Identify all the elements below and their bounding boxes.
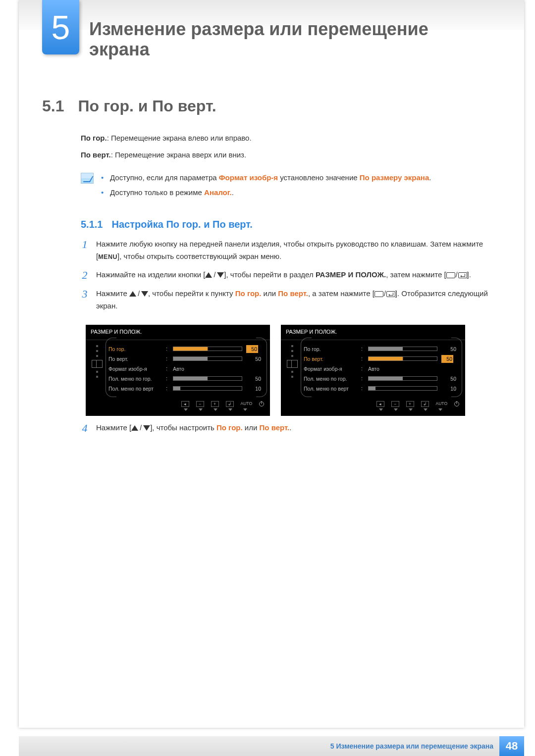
menu-label: MENU (98, 253, 117, 260)
auto-label: AUTO (436, 401, 447, 407)
up-down-icon: / (131, 422, 150, 434)
osd-panel-2: РАЗМЕР И ПОЛОЖ. По гор.:50 По верт.:50 Ф… (281, 325, 465, 415)
footer-page-number: 48 (499, 736, 524, 756)
up-down-icon: / (205, 269, 224, 281)
subsection-number: 5.1.1 (81, 216, 103, 232)
minus-icon: − (391, 401, 399, 407)
osd-bottom-icons: ◂ − + ↲ AUTO (281, 399, 465, 408)
step-4: 4 Нажмите [/], чтобы настроить По гор. и… (81, 422, 492, 435)
osd-bottom-icons: ◂ − + ↲ AUTO (86, 399, 270, 408)
note-item-1: Доступно, если для параметра Формат изоб… (101, 172, 431, 184)
section-number: 5.1 (42, 97, 64, 115)
osd-panel-1: РАЗМЕР И ПОЛОЖ. По гор.:50 По верт.:50 Ф… (86, 325, 270, 415)
steps-list: 1 Нажмите любую кнопку на передней панел… (81, 238, 492, 312)
label-hvert: По верт. (81, 151, 111, 159)
step-3: 3 Нажмите /, чтобы перейти к пункту По г… (81, 288, 492, 312)
up-down-icon: / (129, 288, 148, 300)
chapter-title: Изменение размера или перемещение экрана (89, 19, 466, 60)
rect-icon (374, 291, 383, 297)
position-icon (92, 360, 103, 368)
subsection-heading: 5.1.1 Настройка По гор. и По верт. (81, 216, 492, 232)
note-item-2: Доступно только в режиме Аналог.. (101, 187, 431, 199)
label-hgor: По гор. (81, 134, 107, 142)
chapter-number: 5 (52, 10, 70, 44)
rect-icon (446, 272, 455, 278)
osd-screenshots: РАЗМЕР И ПОЛОЖ. По гор.:50 По верт.:50 Ф… (86, 325, 492, 415)
paragraph-hvert: По верт.: Перемещение экрана вверх или в… (81, 149, 492, 161)
note-icon (81, 173, 94, 184)
footer-text: 5 Изменение размера или перемещение экра… (330, 742, 499, 750)
document-page: 5 Изменение размера или перемещение экра… (0, 0, 535, 756)
steps-list-cont: 4 Нажмите [/], чтобы настроить По гор. и… (81, 422, 492, 435)
enter-icon (386, 291, 395, 297)
power-icon (454, 402, 459, 406)
paragraph-hgor: По гор.: Перемещение экрана влево или вп… (81, 132, 492, 144)
confirm-icon: ↲ (421, 401, 429, 407)
text-hgor: : Перемещение экрана влево или вправо. (107, 134, 252, 142)
back-icon: ◂ (181, 401, 189, 407)
plus-icon: + (406, 401, 414, 407)
text-hvert: : Перемещение экрана вверх или вниз. (111, 151, 247, 159)
section-title: По гор. и По верт. (78, 97, 216, 115)
note-block: Доступно, если для параметра Формат изоб… (81, 172, 492, 202)
subsection-title: Настройка По гор. и По верт. (111, 216, 252, 232)
step-2: 2 Нажимайте на изделии кнопки [/], чтобы… (81, 269, 492, 282)
position-icon (287, 360, 298, 368)
minus-icon: − (196, 401, 204, 407)
auto-label: AUTO (241, 401, 252, 407)
body-area: По гор.: Перемещение экрана влево или вп… (81, 127, 492, 435)
note-list: Доступно, если для параметра Формат изоб… (101, 172, 431, 202)
plus-icon: + (211, 401, 219, 407)
power-icon (259, 402, 264, 406)
chapter-badge: 5 (42, 0, 79, 54)
page-footer: 5 Изменение размера или перемещение экра… (19, 736, 524, 756)
section-heading: 5.1 По гор. и По верт. (42, 97, 216, 115)
enter-icon (458, 272, 467, 278)
step-1: 1 Нажмите любую кнопку на передней панел… (81, 238, 492, 263)
confirm-icon: ↲ (226, 401, 234, 407)
back-icon: ◂ (376, 401, 384, 407)
